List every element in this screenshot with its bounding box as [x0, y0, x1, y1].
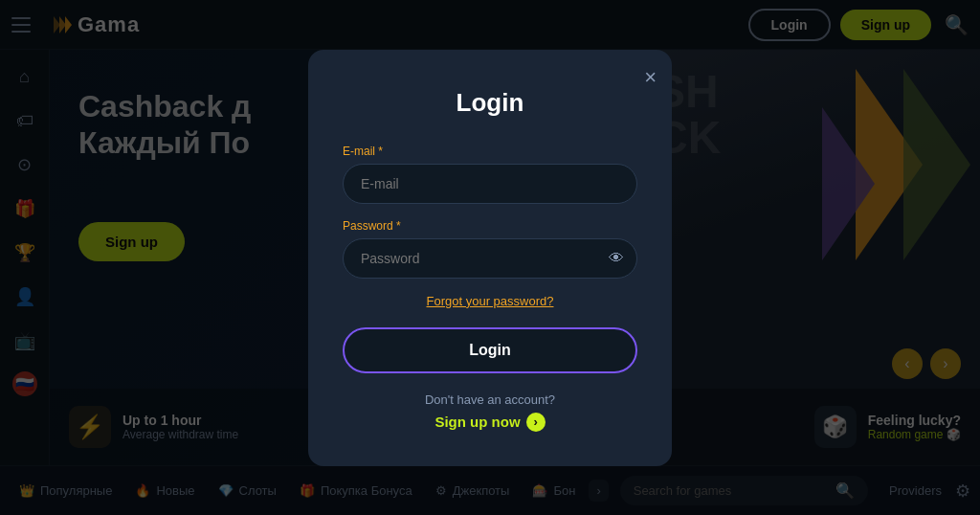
password-label: Password * [343, 219, 637, 233]
forgot-password-link[interactable]: Forgot your password? [343, 294, 637, 308]
modal-overlay[interactable]: × Login E-mail * Password * 👁 Forgot you… [0, 0, 980, 515]
modal-footer: Don't have an account? Sign up now › [343, 392, 637, 432]
no-account-text: Don't have an account? [343, 392, 637, 407]
password-form-group: Password * 👁 [343, 219, 637, 279]
login-modal: × Login E-mail * Password * 👁 Forgot you… [308, 50, 672, 466]
modal-login-button[interactable]: Login [343, 327, 637, 373]
email-form-group: E-mail * [343, 145, 637, 204]
email-label: E-mail * [343, 145, 637, 158]
modal-signup-link[interactable]: Sign up now › [434, 413, 545, 432]
modal-close-button[interactable]: × [644, 65, 657, 90]
modal-title: Login [343, 88, 637, 118]
email-input[interactable] [343, 164, 637, 204]
signup-arrow-icon: › [526, 413, 546, 432]
password-input[interactable] [343, 238, 637, 279]
password-toggle-eye-icon[interactable]: 👁 [609, 250, 624, 267]
password-input-wrapper: 👁 [343, 238, 637, 279]
